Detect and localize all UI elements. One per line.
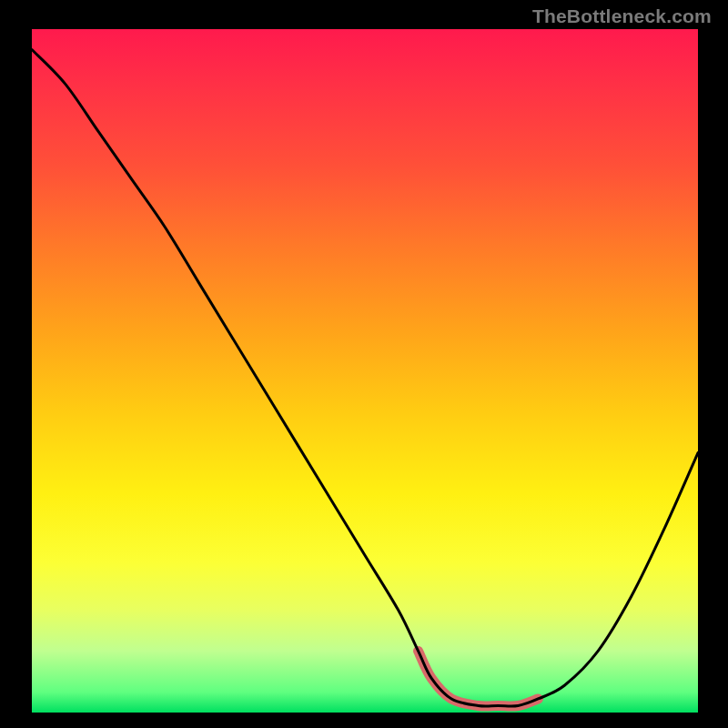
bottleneck-curve <box>32 50 698 707</box>
chart-frame: TheBottleneck.com <box>0 0 728 728</box>
curve-layer <box>0 0 728 728</box>
highlight-band <box>419 651 539 706</box>
